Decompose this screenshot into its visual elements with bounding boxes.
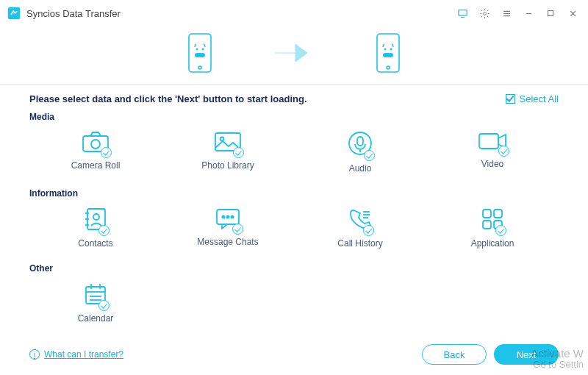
video-icon <box>478 131 507 154</box>
item-photo-library[interactable]: Photo Library <box>162 125 294 184</box>
other-grid: Calendar <box>29 276 559 334</box>
media-grid: Camera Roll Photo Library Audio <box>29 125 559 184</box>
select-all-checkbox[interactable]: Select All <box>506 93 559 104</box>
svg-point-3 <box>483 12 486 15</box>
footer: i What can I transfer? Back Next <box>0 334 588 375</box>
svg-point-29 <box>93 214 99 220</box>
check-badge-icon <box>232 224 243 235</box>
svg-rect-26 <box>357 137 363 146</box>
info-icon: i <box>29 349 40 360</box>
item-label: Message Chats <box>197 237 258 247</box>
svg-point-20 <box>387 66 390 69</box>
group-label-media: Media <box>29 112 559 122</box>
item-calendar[interactable]: Calendar <box>29 276 162 334</box>
app-window: Syncios Data Transfer <box>0 0 588 375</box>
svg-rect-8 <box>548 11 553 16</box>
maximize-button[interactable] <box>542 5 559 21</box>
svg-point-22 <box>91 140 100 149</box>
svg-rect-27 <box>479 134 498 149</box>
item-label: Camera Roll <box>71 160 121 171</box>
group-label-information: Information <box>29 188 559 199</box>
photo-library-icon <box>214 131 242 156</box>
checkbox-icon <box>506 94 515 104</box>
svg-point-17 <box>384 49 387 51</box>
item-label: Application <box>471 238 514 249</box>
check-badge-icon <box>98 225 110 236</box>
svg-rect-42 <box>483 221 491 229</box>
item-label: Audio <box>349 163 372 174</box>
svg-point-34 <box>222 215 224 218</box>
item-message-chats[interactable]: Message Chats <box>162 201 294 259</box>
camera-roll-icon <box>82 131 110 156</box>
svg-point-15 <box>198 66 201 69</box>
help-link[interactable]: i What can I transfer? <box>29 349 123 360</box>
item-label: Calendar <box>78 313 114 324</box>
monitor-icon[interactable] <box>454 5 470 21</box>
app-logo-icon <box>7 7 21 20</box>
svg-rect-40 <box>483 210 491 218</box>
next-button[interactable]: Next <box>494 344 559 365</box>
svg-point-13 <box>202 49 204 51</box>
source-phone-icon <box>187 32 213 74</box>
check-badge-icon <box>363 225 374 236</box>
settings-icon[interactable] <box>476 5 492 21</box>
menu-icon[interactable] <box>498 5 514 21</box>
svg-rect-41 <box>494 210 502 218</box>
app-title: Syncios Data Transfer <box>26 8 121 19</box>
svg-rect-0 <box>8 7 21 20</box>
group-label-other: Other <box>29 263 559 274</box>
item-video[interactable]: Video <box>426 125 559 184</box>
instruction-text: Please select data and click the 'Next' … <box>29 93 307 104</box>
application-icon <box>481 207 504 234</box>
item-label: Video <box>481 159 503 169</box>
item-label: Call History <box>337 238 382 249</box>
item-call-history[interactable]: Call History <box>294 201 426 259</box>
svg-point-36 <box>231 215 233 218</box>
item-application[interactable]: Application <box>426 201 559 259</box>
svg-point-12 <box>196 49 198 51</box>
svg-rect-19 <box>383 53 393 57</box>
select-all-label: Select All <box>520 93 559 104</box>
check-badge-icon <box>498 146 509 157</box>
item-label: Photo Library <box>201 160 254 171</box>
header-row: Please select data and click the 'Next' … <box>29 93 559 104</box>
help-label: What can I transfer? <box>44 349 123 360</box>
svg-point-24 <box>220 138 224 141</box>
item-contacts[interactable]: Contacts <box>29 201 162 259</box>
svg-point-35 <box>226 215 229 218</box>
transfer-diagram <box>0 26 588 84</box>
close-button[interactable] <box>564 5 581 21</box>
information-grid: Contacts Message Chats Call History <box>29 201 559 259</box>
content-area: Please select data and click the 'Next' … <box>0 84 588 351</box>
check-badge-icon <box>495 225 506 236</box>
check-badge-icon <box>233 147 244 158</box>
check-badge-icon <box>98 300 110 311</box>
arrow-right-icon <box>272 40 316 66</box>
svg-point-18 <box>390 49 392 51</box>
item-camera-roll[interactable]: Camera Roll <box>29 125 162 184</box>
check-badge-icon <box>101 147 112 158</box>
item-audio[interactable]: Audio <box>294 125 426 184</box>
svg-rect-1 <box>458 10 466 15</box>
item-label: Contacts <box>78 238 112 249</box>
call-history-icon <box>348 207 372 234</box>
calendar-icon <box>84 282 107 309</box>
back-button[interactable]: Back <box>422 344 487 365</box>
check-badge-icon <box>364 150 375 161</box>
titlebar: Syncios Data Transfer <box>0 0 588 26</box>
minimize-button[interactable] <box>520 5 537 21</box>
audio-icon <box>348 131 373 159</box>
target-phone-icon <box>375 32 401 74</box>
contacts-icon <box>84 207 107 234</box>
svg-rect-14 <box>195 53 205 57</box>
message-chats-icon <box>215 207 241 232</box>
